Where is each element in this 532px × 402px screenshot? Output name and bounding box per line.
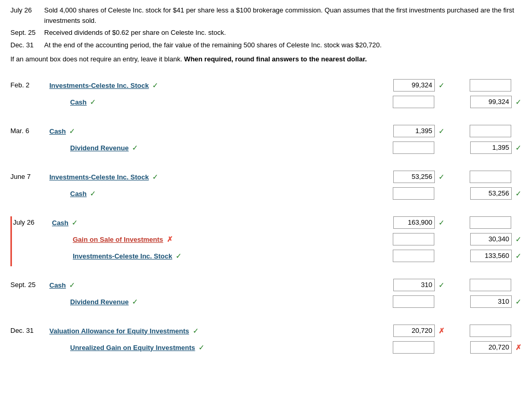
debit-box-mar6[interactable]: 1,395: [393, 125, 435, 137]
debit-box-july26-gain-line[interactable]: [393, 233, 434, 245]
check-icon-cash-2: ✓: [69, 127, 75, 135]
date-july26-blank1: [13, 233, 52, 235]
credit-box-july26-gain[interactable]: 30,340: [470, 233, 512, 245]
amounts-july26-debit: 163,900 ✓: [372, 216, 522, 229]
debit-box-dec31[interactable]: 20,720: [393, 325, 435, 337]
credit-box-june7-debit-line[interactable]: [470, 171, 511, 183]
account-july26-investments: Investments-Celeste Inc. Stock ✓: [52, 250, 372, 260]
debit-box-feb2[interactable]: 99,324: [393, 79, 435, 92]
date-june7: June 7: [10, 171, 49, 180]
account-feb2-credit: Cash ✓: [49, 96, 372, 106]
entry-july26-line2: Gain on Sale of Investments ✗ 30,340 ✓: [13, 233, 522, 248]
date-feb2-blank: [10, 96, 49, 98]
date-july26: July 26: [13, 216, 52, 226]
account-name-cash-4[interactable]: Cash: [52, 219, 69, 227]
date-feb2: Feb. 2: [10, 79, 49, 89]
entry-mar6-line1: Mar. 6 Cash ✓ 1,395 ✓: [10, 125, 522, 139]
intro-date-3: Dec. 31: [10, 40, 44, 50]
entry-july26-line1: July 26 Cash ✓ 163,900 ✓: [13, 216, 522, 231]
debit-x-dec31: ✗: [438, 327, 445, 335]
account-name-cash-2[interactable]: Cash: [49, 127, 66, 135]
debit-box-sept25-credit-line[interactable]: [393, 295, 434, 308]
debit-check-july26: ✓: [438, 218, 445, 227]
credit-box-june7[interactable]: 53,256: [470, 187, 512, 200]
account-mar6-credit: Dividend Revenue ✓: [49, 141, 372, 152]
credit-box-july26-debit-line[interactable]: [470, 216, 511, 229]
entry-sept25-line1: Sept. 25 Cash ✓ 310 ✓: [10, 279, 522, 293]
debit-box-sept25[interactable]: 310: [393, 279, 435, 291]
amounts-feb2-debit: 99,324 ✓: [372, 79, 522, 92]
check-icon-cash-3: ✓: [90, 189, 96, 198]
check-icon-cash-1: ✓: [90, 98, 96, 106]
debit-box-july26[interactable]: 163,900: [393, 216, 435, 229]
amounts-july26-gain: 30,340 ✓: [372, 233, 522, 245]
check-icon-cash-5: ✓: [69, 281, 75, 289]
check-icon-unrealized-gain: ✓: [198, 343, 205, 352]
credit-box-dec31-debit-line[interactable]: [470, 325, 511, 337]
bold-note: When required, round final answers to th…: [184, 55, 367, 63]
credit-box-sept25[interactable]: 310: [470, 295, 512, 308]
account-name-gain-sale[interactable]: Gain on Sale of Investments: [73, 236, 163, 243]
credit-check-july26-investments: ✓: [515, 252, 522, 260]
credit-box-dec31[interactable]: 20,720: [470, 341, 512, 354]
entry-june7-line1: June 7 Investments-Celeste Inc. Stock ✓ …: [10, 171, 522, 185]
account-name-cash-1[interactable]: Cash: [70, 98, 87, 106]
entry-dec31-line1: Dec. 31 Valuation Allowance for Equity I…: [10, 325, 522, 339]
debit-box-feb2-credit-line[interactable]: [393, 96, 434, 108]
amounts-june7-credit: 53,256 ✓: [372, 187, 522, 200]
account-name-dividend-revenue-1[interactable]: Dividend Revenue: [70, 144, 129, 152]
account-name-dividend-revenue-2[interactable]: Dividend Revenue: [70, 298, 129, 306]
credit-box-mar6[interactable]: 1,395: [470, 141, 512, 154]
intro-desc-2: Received dividends of $0.62 per share on…: [44, 28, 522, 38]
account-name-cash-5[interactable]: Cash: [49, 281, 66, 289]
account-name-unrealized-gain[interactable]: Unrealized Gain on Equity Investments: [70, 344, 195, 352]
date-sept25: Sept. 25: [10, 279, 49, 289]
credit-check-june7: ✓: [515, 189, 522, 198]
account-name-valuation-allowance[interactable]: Valuation Allowance for Equity Investmen…: [49, 327, 189, 335]
date-june7-blank: [10, 187, 49, 189]
debit-check-mar6: ✓: [438, 127, 445, 135]
credit-box-feb2-debit-line[interactable]: [470, 79, 511, 92]
debit-box-dec31-credit-line[interactable]: [393, 341, 434, 354]
credit-check-mar6: ✓: [515, 144, 522, 152]
amounts-sept25-credit: 310 ✓: [372, 295, 522, 308]
check-icon-cash-4: ✓: [72, 218, 78, 227]
account-name-investments-celeste-2[interactable]: Investments-Celeste Inc. Stock: [49, 173, 149, 181]
intro-date-2: Sept. 25: [10, 28, 44, 38]
check-icon-investments-2: ✓: [152, 173, 158, 181]
debit-check-sept25: ✓: [438, 281, 445, 289]
credit-check-sept25: ✓: [515, 297, 522, 306]
amounts-july26-investments: 133,560 ✓: [372, 250, 522, 262]
date-mar6-blank: [10, 141, 49, 144]
debit-box-mar6-credit-line[interactable]: [393, 141, 434, 154]
entry-mar6-line2: Dividend Revenue ✓ 1,395 ✓: [10, 141, 522, 156]
amounts-sept25-debit: 310 ✓: [372, 279, 522, 291]
credit-x-dec31: ✗: [515, 343, 522, 352]
entry-sept25-line2: Dividend Revenue ✓ 310 ✓: [10, 295, 522, 310]
entry-feb2-line1: Feb. 2 Investments-Celeste Inc. Stock ✓ …: [10, 79, 522, 94]
debit-box-june7-credit-line[interactable]: [393, 187, 434, 200]
account-name-investments-celeste-3[interactable]: Investments-Celeste Inc. Stock: [73, 252, 172, 260]
amounts-june7-debit: 53,256 ✓: [372, 171, 522, 183]
intro-desc-1: Sold 4,000 shares of Celeste Inc. stock …: [44, 5, 522, 25]
credit-check-july26-gain: ✓: [515, 235, 522, 243]
credit-box-sept25-debit-line[interactable]: [470, 279, 511, 291]
account-sept25-debit: Cash ✓: [49, 279, 372, 289]
account-dec31-debit: Valuation Allowance for Equity Investmen…: [49, 325, 372, 335]
x-icon-gain-sale: ✗: [167, 235, 173, 243]
check-icon-div-rev-1: ✓: [132, 144, 138, 152]
credit-box-mar6-debit-line[interactable]: [470, 125, 511, 137]
intro-section: July 26 Sold 4,000 shares of Celeste Inc…: [10, 5, 522, 64]
account-name-cash-3[interactable]: Cash: [70, 190, 87, 198]
debit-box-june7[interactable]: 53,256: [393, 171, 435, 183]
account-june7-debit: Investments-Celeste Inc. Stock ✓: [49, 171, 372, 181]
account-feb2-debit: Investments-Celeste Inc. Stock ✓: [49, 79, 372, 89]
account-name-investments-celeste-1[interactable]: Investments-Celeste Inc. Stock: [49, 82, 149, 89]
note-text: If an amount box does not require an ent…: [10, 54, 522, 64]
credit-box-feb2[interactable]: 99,324: [470, 96, 512, 108]
amounts-dec31-debit: 20,720 ✗: [372, 325, 522, 337]
check-icon-1: ✓: [152, 81, 158, 89]
credit-box-july26-investments[interactable]: 133,560: [470, 250, 512, 262]
check-icon-valuation: ✓: [193, 327, 199, 335]
debit-box-july26-investments-line[interactable]: [393, 250, 434, 262]
